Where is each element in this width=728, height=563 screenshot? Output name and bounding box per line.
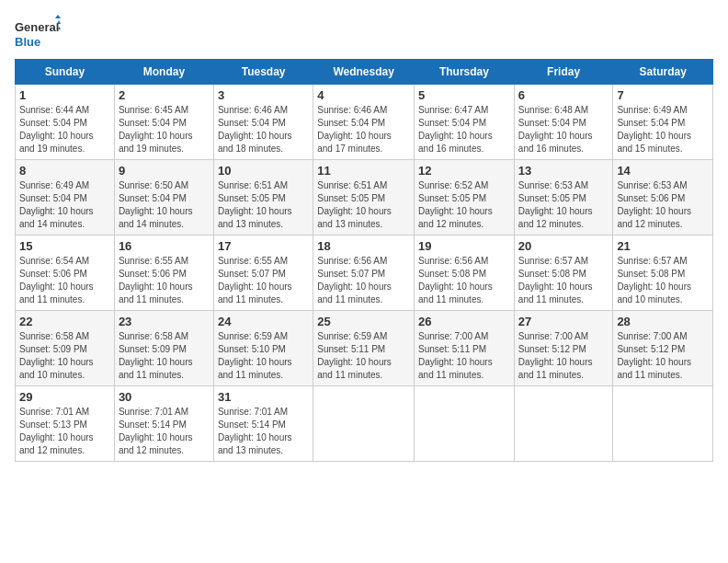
day-info: Sunrise: 6:48 AM Sunset: 5:04 PM Dayligh… [518,104,609,155]
day-number: 9 [119,164,210,178]
day-number: 29 [19,390,110,404]
svg-text:General: General [15,20,59,34]
day-cell: 21Sunrise: 6:57 AM Sunset: 5:08 PM Dayli… [613,236,713,311]
day-info: Sunrise: 6:53 AM Sunset: 5:05 PM Dayligh… [518,179,609,231]
day-cell: 23Sunrise: 6:58 AM Sunset: 5:09 PM Dayli… [114,311,213,386]
day-info: Sunrise: 6:55 AM Sunset: 5:07 PM Dayligh… [218,255,309,306]
day-number: 17 [218,239,309,253]
day-info: Sunrise: 6:56 AM Sunset: 5:07 PM Dayligh… [317,255,410,306]
day-info: Sunrise: 7:01 AM Sunset: 5:14 PM Dayligh… [218,406,309,457]
day-number: 19 [418,239,510,253]
svg-marker-2 [55,15,61,18]
day-info: Sunrise: 6:59 AM Sunset: 5:10 PM Dayligh… [218,330,309,382]
svg-text:Blue: Blue [15,35,40,49]
day-info: Sunrise: 6:49 AM Sunset: 5:04 PM Dayligh… [617,104,709,155]
col-header-sunday: Sunday [16,60,115,85]
day-cell: 31Sunrise: 7:01 AM Sunset: 5:14 PM Dayli… [213,386,313,462]
day-info: Sunrise: 6:54 AM Sunset: 5:06 PM Dayligh… [19,255,110,306]
day-number: 24 [218,315,309,328]
week-row-3: 15Sunrise: 6:54 AM Sunset: 5:06 PM Dayli… [16,236,713,311]
calendar-body: 1Sunrise: 6:44 AM Sunset: 5:04 PM Daylig… [16,85,713,462]
col-header-wednesday: Wednesday [313,60,415,85]
day-number: 4 [317,88,410,102]
day-cell: 18Sunrise: 6:56 AM Sunset: 5:07 PM Dayli… [313,236,415,311]
day-info: Sunrise: 7:01 AM Sunset: 5:14 PM Dayligh… [119,406,210,457]
week-row-2: 8Sunrise: 6:49 AM Sunset: 5:04 PM Daylig… [16,160,713,236]
day-cell: 4Sunrise: 6:46 AM Sunset: 5:04 PM Daylig… [313,85,415,160]
day-info: Sunrise: 6:59 AM Sunset: 5:11 PM Dayligh… [317,330,410,382]
day-cell: 12Sunrise: 6:52 AM Sunset: 5:05 PM Dayli… [415,160,515,236]
day-number: 18 [317,239,410,253]
day-info: Sunrise: 6:58 AM Sunset: 5:09 PM Dayligh… [119,330,210,382]
col-header-saturday: Saturday [613,60,713,85]
day-cell: 16Sunrise: 6:55 AM Sunset: 5:06 PM Dayli… [114,236,213,311]
day-cell: 2Sunrise: 6:45 AM Sunset: 5:04 PM Daylig… [114,85,213,160]
day-cell: 30Sunrise: 7:01 AM Sunset: 5:14 PM Dayli… [114,386,213,462]
day-number: 26 [418,315,510,328]
day-cell [415,386,515,462]
day-number: 16 [119,239,210,253]
day-number: 27 [518,315,609,328]
day-cell: 22Sunrise: 6:58 AM Sunset: 5:09 PM Dayli… [16,311,115,386]
day-info: Sunrise: 7:01 AM Sunset: 5:13 PM Dayligh… [19,406,110,457]
week-row-5: 29Sunrise: 7:01 AM Sunset: 5:13 PM Dayli… [16,386,713,462]
day-number: 30 [119,390,210,404]
day-cell: 9Sunrise: 6:50 AM Sunset: 5:04 PM Daylig… [114,160,213,236]
day-number: 25 [317,315,410,328]
logo: General Blue [15,15,61,52]
day-info: Sunrise: 6:51 AM Sunset: 5:05 PM Dayligh… [218,179,309,231]
day-number: 2 [119,88,210,102]
day-info: Sunrise: 6:44 AM Sunset: 5:04 PM Dayligh… [19,104,110,155]
day-cell: 13Sunrise: 6:53 AM Sunset: 5:05 PM Dayli… [514,160,613,236]
header: General Blue [15,15,713,52]
day-number: 20 [518,239,609,253]
day-number: 10 [218,164,309,178]
day-info: Sunrise: 6:58 AM Sunset: 5:09 PM Dayligh… [19,330,110,382]
day-number: 15 [19,239,110,253]
day-cell: 10Sunrise: 6:51 AM Sunset: 5:05 PM Dayli… [213,160,313,236]
logo-svg: General Blue [15,15,61,52]
day-cell: 24Sunrise: 6:59 AM Sunset: 5:10 PM Dayli… [213,311,313,386]
day-cell: 17Sunrise: 6:55 AM Sunset: 5:07 PM Dayli… [213,236,313,311]
day-number: 28 [617,315,709,328]
day-cell: 25Sunrise: 6:59 AM Sunset: 5:11 PM Dayli… [313,311,415,386]
day-info: Sunrise: 6:46 AM Sunset: 5:04 PM Dayligh… [317,104,410,155]
day-cell [613,386,713,462]
day-number: 23 [119,315,210,328]
week-row-4: 22Sunrise: 6:58 AM Sunset: 5:09 PM Dayli… [16,311,713,386]
day-info: Sunrise: 6:52 AM Sunset: 5:05 PM Dayligh… [418,179,510,231]
day-cell: 11Sunrise: 6:51 AM Sunset: 5:05 PM Dayli… [313,160,415,236]
day-info: Sunrise: 6:55 AM Sunset: 5:06 PM Dayligh… [119,255,210,306]
day-number: 14 [617,164,709,178]
day-info: Sunrise: 6:49 AM Sunset: 5:04 PM Dayligh… [19,179,110,231]
day-info: Sunrise: 6:57 AM Sunset: 5:08 PM Dayligh… [518,255,609,306]
day-cell: 15Sunrise: 6:54 AM Sunset: 5:06 PM Dayli… [16,236,115,311]
day-cell: 26Sunrise: 7:00 AM Sunset: 5:11 PM Dayli… [415,311,515,386]
col-header-monday: Monday [114,60,213,85]
col-header-thursday: Thursday [415,60,515,85]
day-cell [514,386,613,462]
day-info: Sunrise: 6:47 AM Sunset: 5:04 PM Dayligh… [418,104,510,155]
day-cell: 8Sunrise: 6:49 AM Sunset: 5:04 PM Daylig… [16,160,115,236]
day-cell [313,386,415,462]
day-info: Sunrise: 6:45 AM Sunset: 5:04 PM Dayligh… [119,104,210,155]
day-cell: 19Sunrise: 6:56 AM Sunset: 5:08 PM Dayli… [415,236,515,311]
day-cell: 20Sunrise: 6:57 AM Sunset: 5:08 PM Dayli… [514,236,613,311]
calendar-table: SundayMondayTuesdayWednesdayThursdayFrid… [15,59,713,462]
day-info: Sunrise: 7:00 AM Sunset: 5:11 PM Dayligh… [418,330,510,382]
day-number: 3 [218,88,309,102]
day-number: 7 [617,88,709,102]
day-info: Sunrise: 6:51 AM Sunset: 5:05 PM Dayligh… [317,179,410,231]
day-info: Sunrise: 6:53 AM Sunset: 5:06 PM Dayligh… [617,179,709,231]
day-info: Sunrise: 6:56 AM Sunset: 5:08 PM Dayligh… [418,255,510,306]
calendar-header-row: SundayMondayTuesdayWednesdayThursdayFrid… [16,60,713,85]
day-number: 13 [518,164,609,178]
day-number: 8 [19,164,110,178]
day-info: Sunrise: 7:00 AM Sunset: 5:12 PM Dayligh… [617,330,709,382]
day-number: 21 [617,239,709,253]
day-cell: 27Sunrise: 7:00 AM Sunset: 5:12 PM Dayli… [514,311,613,386]
day-number: 5 [418,88,510,102]
week-row-1: 1Sunrise: 6:44 AM Sunset: 5:04 PM Daylig… [16,85,713,160]
day-cell: 28Sunrise: 7:00 AM Sunset: 5:12 PM Dayli… [613,311,713,386]
day-number: 12 [418,164,510,178]
